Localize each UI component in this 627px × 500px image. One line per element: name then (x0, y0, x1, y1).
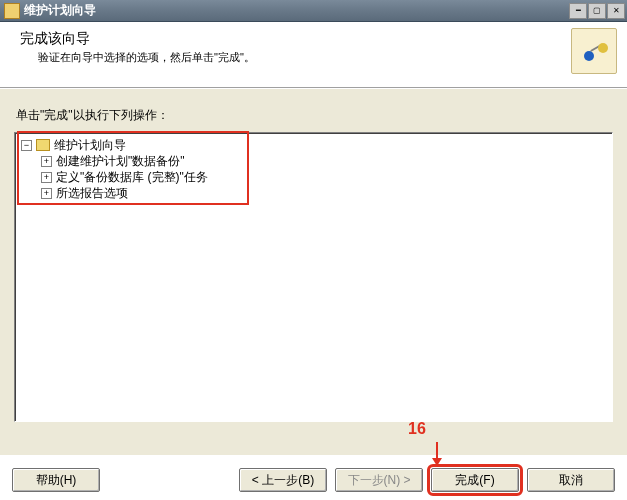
tree-item[interactable]: + 所选报告选项 (21, 185, 606, 201)
page-title: 完成该向导 (20, 30, 613, 48)
close-button[interactable]: ✕ (607, 3, 625, 19)
summary-panel: − 维护计划向导 + 创建维护计划"数据备份" + 定义"备份数据库 (完整)"… (14, 132, 613, 422)
tree-item-label: 定义"备份数据库 (完整)"任务 (56, 169, 208, 185)
summary-tree: − 维护计划向导 + 创建维护计划"数据备份" + 定义"备份数据库 (完整)"… (21, 137, 606, 201)
maximize-button[interactable]: ▢ (588, 3, 606, 19)
wizard-header: 完成该向导 验证在向导中选择的选项，然后单击"完成"。 (0, 22, 627, 88)
wizard-footer: 帮助(H) < 上一步(B) 下一步(N) > 完成(F) 取消 (0, 468, 627, 492)
page-subtitle: 验证在向导中选择的选项，然后单击"完成"。 (38, 50, 613, 65)
title-bar: 维护计划向导 ━ ▢ ✕ (0, 0, 627, 22)
collapse-icon[interactable]: − (21, 140, 32, 151)
help-button[interactable]: 帮助(H) (12, 468, 100, 492)
instruction-text: 单击"完成"以执行下列操作： (14, 89, 613, 132)
wizard-body: 单击"完成"以执行下列操作： − 维护计划向导 + 创建维护计划"数据备份" +… (0, 89, 627, 455)
expand-icon[interactable]: + (41, 172, 52, 183)
annotation-arrow-icon (436, 442, 438, 462)
finish-button[interactable]: 完成(F) (431, 468, 519, 492)
tree-item-label: 创建维护计划"数据备份" (56, 153, 185, 169)
window-controls: ━ ▢ ✕ (569, 3, 625, 19)
cancel-button[interactable]: 取消 (527, 468, 615, 492)
expand-icon[interactable]: + (41, 156, 52, 167)
tree-root[interactable]: − 维护计划向导 (21, 137, 606, 153)
header-graphic-icon (571, 28, 617, 74)
folder-icon (36, 139, 50, 151)
expand-icon[interactable]: + (41, 188, 52, 199)
tree-root-label: 维护计划向导 (54, 137, 126, 153)
annotation-number: 16 (408, 420, 426, 438)
window-title: 维护计划向导 (24, 2, 569, 19)
app-icon (4, 3, 20, 19)
tree-item-label: 所选报告选项 (56, 185, 128, 201)
tree-item[interactable]: + 创建维护计划"数据备份" (21, 153, 606, 169)
tree-item[interactable]: + 定义"备份数据库 (完整)"任务 (21, 169, 606, 185)
next-button: 下一步(N) > (335, 468, 423, 492)
back-button[interactable]: < 上一步(B) (239, 468, 327, 492)
minimize-button[interactable]: ━ (569, 3, 587, 19)
